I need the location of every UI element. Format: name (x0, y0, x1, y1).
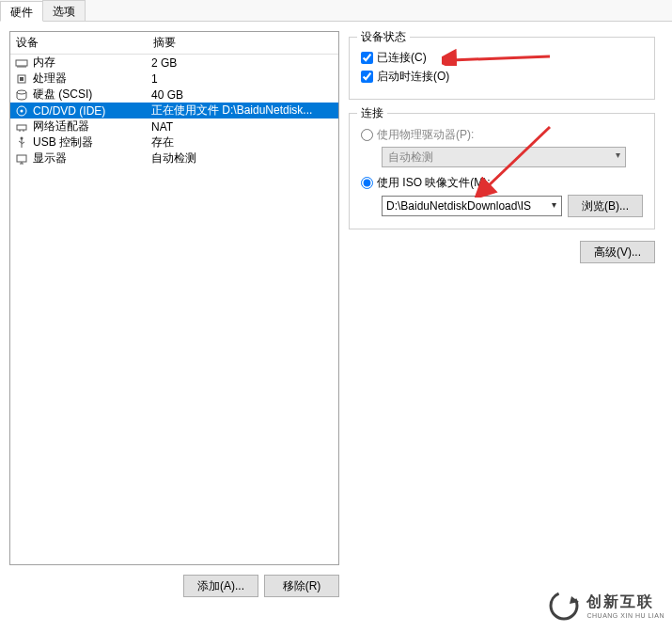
iso-path-input[interactable] (382, 196, 562, 216)
tab-options[interactable]: 选项 (42, 0, 86, 21)
network-icon (14, 119, 29, 134)
list-cell-device: 内存 (33, 55, 151, 71)
use-iso-radio-row[interactable]: 使用 ISO 映像文件(M): (361, 175, 643, 191)
list-cell-device: CD/DVD (IDE) (33, 104, 151, 118)
use-iso-radio[interactable] (361, 177, 373, 189)
list-cell-summary: 40 GB (151, 88, 338, 102)
svg-rect-0 (16, 60, 27, 66)
list-cell-device: 硬盘 (SCSI) (33, 87, 151, 103)
connect-power-on-label: 启动时连接(O) (377, 69, 449, 85)
list-cell-device: 处理器 (33, 71, 151, 87)
display-icon (14, 151, 29, 166)
list-row-usb[interactable]: USB 控制器 存在 (10, 134, 338, 150)
connected-checkbox-row[interactable]: 已连接(C) (361, 50, 643, 66)
disk-icon (14, 87, 29, 103)
connected-checkbox[interactable] (361, 52, 373, 64)
list-row-cpu[interactable]: 处理器 1 (10, 71, 338, 87)
list-cell-summary: 正在使用文件 D:\BaiduNetdisk... (151, 103, 338, 118)
physical-drive-select (382, 147, 626, 167)
list-row-network[interactable]: 网络适配器 NAT (10, 118, 338, 134)
cpu-icon (14, 71, 29, 87)
list-row-memory[interactable]: 内存 2 GB (10, 55, 338, 71)
list-header: 设备 摘要 (10, 32, 338, 55)
use-physical-label: 使用物理驱动器(P): (377, 127, 474, 143)
use-physical-radio-row[interactable]: 使用物理驱动器(P): (361, 127, 643, 143)
remove-button[interactable]: 移除(R) (264, 575, 339, 597)
tab-bar: 硬件 选项 (0, 0, 672, 22)
list-cell-summary: 1 (151, 72, 338, 86)
watermark-text: 创新互联 (586, 592, 664, 612)
list-row-cddvd[interactable]: CD/DVD (IDE) 正在使用文件 D:\BaiduNetdisk... (10, 103, 338, 118)
watermark-subtext: CHUANG XIN HU LIAN (586, 612, 664, 619)
use-iso-label: 使用 ISO 映像文件(M): (377, 175, 491, 191)
list-row-display[interactable]: 显示器 自动检测 (10, 150, 338, 166)
svg-point-25 (551, 592, 577, 619)
list-row-disk[interactable]: 硬盘 (SCSI) 40 GB (10, 87, 338, 103)
connected-label: 已连接(C) (377, 50, 427, 66)
use-physical-radio[interactable] (361, 129, 373, 141)
connection-title: 连接 (357, 105, 387, 121)
connect-power-on-checkbox-row[interactable]: 启动时连接(O) (361, 69, 643, 85)
device-list: 设备 摘要 内存 2 GB 处理器 1 (9, 31, 339, 565)
list-cell-device: USB 控制器 (33, 134, 151, 150)
col-header-summary[interactable]: 摘要 (149, 35, 338, 51)
device-status-group: 设备状态 已连接(C) 启动时连接(O) (349, 37, 655, 100)
svg-point-15 (21, 136, 23, 139)
tab-hardware[interactable]: 硬件 (0, 1, 43, 22)
svg-rect-18 (17, 155, 26, 162)
watermark-logo-icon (547, 589, 581, 623)
list-cell-summary: 2 GB (151, 56, 338, 70)
svg-point-8 (17, 90, 26, 94)
add-button[interactable]: 添加(A)... (183, 575, 258, 597)
device-status-title: 设备状态 (357, 29, 410, 45)
svg-point-10 (21, 109, 23, 112)
memory-icon (14, 55, 29, 71)
watermark: 创新互联 CHUANG XIN HU LIAN (547, 589, 664, 623)
list-cell-summary: 存在 (151, 134, 338, 150)
browse-button[interactable]: 浏览(B)... (568, 195, 643, 217)
connect-power-on-checkbox[interactable] (361, 71, 373, 83)
usb-icon (14, 135, 29, 150)
list-cell-summary: 自动检测 (151, 150, 338, 166)
svg-rect-7 (20, 77, 23, 81)
svg-rect-11 (17, 125, 26, 130)
col-header-device[interactable]: 设备 (10, 35, 149, 51)
list-cell-summary: NAT (151, 120, 338, 134)
cd-icon (14, 103, 29, 118)
advanced-button[interactable]: 高级(V)... (580, 241, 655, 263)
connection-group: 连接 使用物理驱动器(P): 使用 ISO 映像文件(M): 浏览(B)... (349, 113, 655, 229)
list-cell-device: 网络适配器 (33, 118, 151, 134)
list-cell-device: 显示器 (33, 150, 151, 166)
